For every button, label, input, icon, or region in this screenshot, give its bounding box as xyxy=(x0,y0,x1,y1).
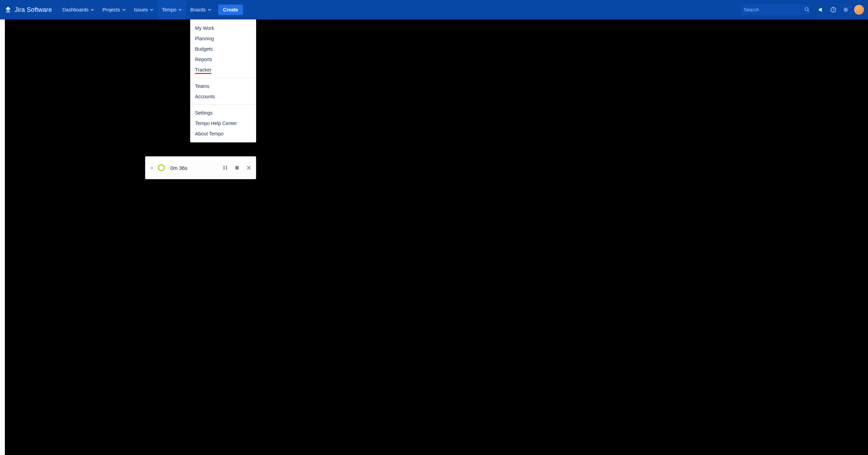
brand-logo[interactable]: Jira Software xyxy=(4,6,52,14)
svg-line-1 xyxy=(808,10,809,11)
chevron-down-icon xyxy=(122,8,126,11)
dd-accounts[interactable]: Accounts xyxy=(190,91,256,102)
dropdown-divider xyxy=(190,105,256,105)
svg-rect-6 xyxy=(226,166,227,170)
close-icon xyxy=(247,166,251,170)
tracker-elapsed-time: 0m 36s xyxy=(170,165,187,171)
user-avatar[interactable] xyxy=(854,5,864,15)
settings-button[interactable] xyxy=(840,4,851,15)
svg-point-0 xyxy=(805,7,808,10)
dd-settings[interactable]: Settings xyxy=(190,108,256,118)
dd-reports[interactable]: Reports xyxy=(190,54,256,65)
chevron-down-icon xyxy=(208,8,211,11)
dd-my-work[interactable]: My Work xyxy=(190,23,256,33)
pause-icon xyxy=(223,165,227,170)
dd-tracker[interactable]: Tracker xyxy=(190,65,256,75)
dd-teams[interactable]: Teams xyxy=(190,81,256,91)
tracker-collapse-button[interactable]: « xyxy=(150,165,152,171)
create-button[interactable]: Create xyxy=(218,5,243,15)
feedback-button[interactable] xyxy=(815,4,826,15)
top-nav: Jira Software Dashboards Projects Issues… xyxy=(0,0,868,19)
svg-rect-5 xyxy=(224,166,225,170)
search-icon xyxy=(804,7,809,13)
chevron-down-icon xyxy=(91,8,94,11)
tracker-stop-button[interactable] xyxy=(235,166,239,170)
tracker-close-button[interactable] xyxy=(247,166,251,170)
nav-boards[interactable]: Boards xyxy=(186,0,215,19)
nav-tempo[interactable]: Tempo xyxy=(158,0,186,19)
tracker-status-icon xyxy=(158,164,165,171)
nav-projects[interactable]: Projects xyxy=(98,0,130,19)
svg-text:?: ? xyxy=(832,8,834,12)
nav-issues[interactable]: Issues xyxy=(130,0,158,19)
dd-budgets[interactable]: Budgets xyxy=(190,44,256,54)
gear-icon xyxy=(843,7,849,13)
jira-logo-icon xyxy=(4,6,12,14)
dd-about-tempo[interactable]: About Tempo xyxy=(190,129,256,139)
help-icon: ? xyxy=(831,7,836,13)
svg-rect-7 xyxy=(235,166,239,169)
chevron-down-icon xyxy=(178,8,182,11)
megaphone-icon xyxy=(818,7,824,13)
dd-planning[interactable]: Planning xyxy=(190,33,256,44)
search-input[interactable] xyxy=(744,7,804,13)
help-button[interactable]: ? xyxy=(828,4,839,15)
dd-help-center[interactable]: Tempo Help Center xyxy=(190,118,256,129)
chevron-down-icon xyxy=(150,8,153,11)
svg-point-4 xyxy=(845,9,847,11)
nav-menus: Dashboards Projects Issues Tempo Boards xyxy=(58,0,216,19)
search-box[interactable] xyxy=(740,4,810,15)
tracker-pause-button[interactable] xyxy=(223,165,227,170)
dropdown-divider xyxy=(190,78,256,78)
tempo-dropdown: My Work Planning Budgets Reports Tracker… xyxy=(190,19,256,142)
left-strip xyxy=(0,19,5,455)
nav-dashboards[interactable]: Dashboards xyxy=(58,0,99,19)
brand-name: Jira Software xyxy=(15,6,52,14)
stop-icon xyxy=(235,166,239,170)
tracker-widget: « 0m 36s xyxy=(145,156,256,179)
